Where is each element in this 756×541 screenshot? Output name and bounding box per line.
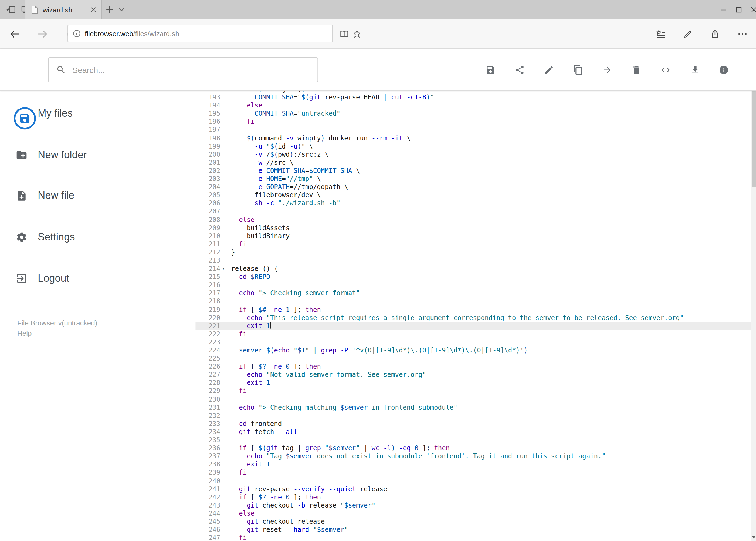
address-bar[interactable]: filebrowser.web/files/wizard.sh (68, 25, 333, 42)
search-box[interactable]: Search... (48, 57, 318, 82)
code-line: 198 $(command -v winpty) docker run --rm… (195, 134, 752, 142)
code-line: 228 exit 1 (195, 379, 752, 387)
favorites-hub-icon[interactable] (653, 27, 667, 41)
line-number: 236 (195, 444, 220, 452)
code-line: 241 git rev-parse --verify --quiet relea… (195, 485, 752, 493)
line-number: 208 (195, 216, 220, 224)
scrollbar[interactable] (751, 49, 756, 541)
line-number: 206 (195, 200, 220, 208)
edit-button[interactable] (540, 61, 558, 79)
code-line: 200 -v /$(pwd):/src:z \ (195, 151, 752, 159)
settings-icon (15, 231, 28, 244)
sidebar: My files New folder New file Settings (0, 91, 195, 541)
favorite-star-icon[interactable] (350, 27, 364, 41)
code-line: 239 fi (195, 469, 752, 477)
line-number: 247 (195, 534, 220, 541)
tab-preview-chevron-icon[interactable] (118, 8, 125, 12)
code-line: 224 semver=$(echo "$1" | grep -P '^v(0|[… (195, 346, 752, 355)
line-number: 202 (195, 167, 220, 175)
text-cursor (270, 322, 271, 329)
code-line: 211 fi (195, 241, 752, 249)
line-number: 246 (195, 526, 220, 534)
line-number: 220 (195, 314, 220, 322)
code-line: 222 fi (195, 330, 752, 338)
sidebar-item-settings[interactable]: Settings (0, 222, 195, 252)
delete-button[interactable] (627, 61, 645, 79)
code-line: 236 if [ $(git tag | grep "$semver" | wc… (195, 444, 752, 452)
sidebar-item-logout[interactable]: Logout (0, 263, 195, 293)
code-editor[interactable]: 192 if [ -d .git ]; then193 COMMIT_SHA="… (195, 91, 752, 541)
line-number: 203 (195, 175, 220, 183)
line-number: 193 (195, 94, 220, 102)
code-line: 201 -w //src \ (195, 159, 752, 167)
line-number: 232 (195, 412, 220, 420)
line-number: 240 (195, 477, 220, 485)
code-line: 221 exit 1 (195, 322, 752, 330)
url-path: /files/wizard.sh (133, 29, 179, 38)
share-icon[interactable] (708, 27, 722, 41)
code-line: 217 echo "> Checking semver format" (195, 289, 752, 297)
code-line: 194 else (195, 102, 752, 110)
code-line: 226 if [ $? -ne 0 ]; then (195, 363, 752, 371)
url-text[interactable]: filebrowser.web/files/wizard.sh (85, 29, 179, 38)
tab-close-icon[interactable] (91, 7, 96, 12)
url-host: filebrowser.web (85, 29, 133, 38)
line-number: 217 (195, 289, 220, 297)
code-line: 215 cd $REPO (195, 273, 752, 281)
code-line: 213 (195, 257, 752, 265)
maximize-button[interactable] (731, 0, 746, 19)
code-line: 243 git checkout -b release "$semver" (195, 501, 752, 509)
line-number: 201 (195, 159, 220, 167)
sidebar-item-new-folder[interactable]: New folder (0, 140, 195, 170)
line-number: 196 (195, 118, 220, 126)
save-button[interactable] (481, 61, 500, 79)
minimize-button[interactable] (716, 0, 731, 19)
copy-button[interactable] (569, 61, 587, 79)
code-line: 238 exit 1 (195, 460, 752, 469)
forward-button[interactable] (36, 27, 50, 41)
reading-view-icon[interactable] (337, 27, 351, 41)
code-line: 247 fi (195, 534, 752, 541)
code-view-button[interactable] (656, 61, 674, 79)
share-file-button[interactable] (510, 61, 529, 79)
site-info-icon[interactable] (73, 30, 81, 37)
code-line: 219 if [ $# -ne 1 ]; then (195, 306, 752, 314)
close-button[interactable] (746, 0, 756, 19)
line-number: 237 (195, 452, 220, 460)
code-line: 206 sh -c "./wizard.sh -b" (195, 200, 752, 208)
more-options-icon[interactable] (735, 27, 750, 41)
scroll-down-icon[interactable] (751, 533, 756, 541)
code-line: 203 -e HOME="//tmp" \ (195, 175, 752, 183)
line-number: 222 (195, 330, 220, 338)
line-number: 223 (195, 338, 220, 346)
fold-marker-icon[interactable]: ▾ (220, 265, 231, 273)
code-line: 218 (195, 297, 752, 305)
set-tabs-aside-icon[interactable] (6, 5, 16, 14)
code-line: 210 buildBinary (195, 232, 752, 241)
line-number: 204 (195, 184, 220, 192)
code-line: 202 -e COMMIT_SHA=$COMMIT_SHA \ (195, 167, 752, 175)
line-number: 218 (195, 297, 220, 305)
line-number: 213 (195, 257, 220, 265)
info-button[interactable] (714, 61, 733, 79)
code-line: 207 (195, 208, 752, 216)
help-link[interactable]: Help (17, 329, 32, 337)
line-number: 234 (195, 428, 220, 436)
code-line: 196 fi (195, 118, 752, 126)
code-line: 193 COMMIT_SHA="$(git rev-parse HEAD | c… (195, 94, 752, 102)
line-number: 200 (195, 151, 220, 159)
download-button[interactable] (686, 61, 704, 79)
annotate-pen-icon[interactable] (681, 27, 695, 41)
code-lines: 192 if [ -d .git ]; then193 COMMIT_SHA="… (195, 91, 752, 541)
code-line: 229 fi (195, 387, 752, 395)
back-button[interactable] (8, 27, 22, 41)
code-line: 223 (195, 338, 752, 346)
code-line: 197 (195, 126, 752, 134)
sidebar-item-new-file[interactable]: New file (0, 181, 195, 211)
sidebar-item-label: My files (38, 108, 73, 119)
browser-tab[interactable]: wizard.sh (25, 0, 102, 19)
line-number: 209 (195, 224, 220, 232)
line-number: 195 (195, 110, 220, 118)
move-button[interactable] (598, 61, 616, 79)
new-tab-button[interactable] (106, 6, 114, 14)
